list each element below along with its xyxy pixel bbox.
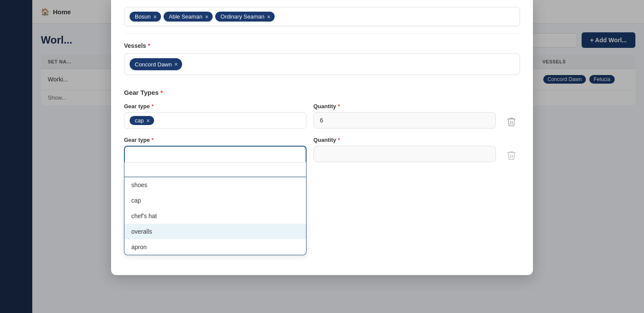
tag-able-seaman-label: Able Seaman <box>169 13 202 20</box>
dropdown-item-overalls[interactable]: overalls <box>124 224 306 239</box>
dropdown-list: shoes cap chef's hat overalls apron <box>124 177 307 255</box>
vessel-concord-dawn-close[interactable]: × <box>174 61 178 67</box>
gear-types-required: * <box>161 89 163 96</box>
gear-row-1: Gear type * cap × Quantity * <box>124 103 520 130</box>
delete-gear-row-1[interactable] <box>503 113 520 130</box>
quantity-2-input[interactable] <box>313 146 496 162</box>
dropdown-item-shoes[interactable]: shoes <box>124 177 306 193</box>
vessels-box: Concord Dawn × <box>124 53 520 75</box>
quantity-2-required: * <box>338 137 340 143</box>
gear-type-2-dropdown-container: shoes cap chef's hat overalls apron <box>124 146 307 255</box>
gear-cap-close[interactable]: × <box>146 118 150 124</box>
quantity-1-input[interactable] <box>313 112 496 128</box>
vessels-section: Vessels * Concord Dawn × <box>124 34 520 82</box>
quantity-2-label: Quantity * <box>313 137 496 143</box>
tag-ordinary-seaman: Ordinary Seaman × <box>215 12 275 22</box>
quantity-1-required: * <box>338 103 340 110</box>
quantity-1-group: Quantity * <box>313 103 496 128</box>
gear-types-section: Gear Types * Gear type * cap × Quant <box>124 82 520 255</box>
dropdown-item-chefs-hat[interactable]: chef's hat <box>124 208 306 224</box>
dropdown-item-cap[interactable]: cap <box>124 193 306 208</box>
dropdown-search-input[interactable] <box>124 163 306 177</box>
tag-bosun-label: Bosun <box>135 13 151 20</box>
gear-type-1-required: * <box>152 103 154 110</box>
roles-section: Bosun × Able Seaman × Ordinary Seaman × <box>124 0 520 34</box>
vessels-label: Vessels * <box>124 42 520 49</box>
tag-able-seaman-close[interactable]: × <box>205 14 208 20</box>
vessel-concord-dawn-label: Concord Dawn <box>135 61 172 68</box>
dropdown-item-apron[interactable]: apron <box>124 239 306 255</box>
gear-type-2-label: Gear type * <box>124 137 307 143</box>
gear-cap-tag: cap × <box>130 116 154 125</box>
quantity-2-group: Quantity * <box>313 137 496 162</box>
gear-type-2-group: Gear type * shoes cap chef's hat overall… <box>124 137 307 255</box>
tag-able-seaman: Able Seaman × <box>164 12 213 22</box>
tag-bosun: Bosun × <box>130 12 161 22</box>
modal: Bosun × Able Seaman × Ordinary Seaman × … <box>111 0 533 275</box>
gear-type-2-required: * <box>152 137 154 143</box>
tag-bosun-close[interactable]: × <box>153 14 157 20</box>
gear-type-1-label: Gear type * <box>124 103 307 110</box>
vessel-tag-concord-dawn: Concord Dawn × <box>130 58 182 70</box>
vessels-required: * <box>148 42 150 49</box>
gear-type-1-field[interactable]: cap × <box>124 112 307 129</box>
delete-gear-row-2[interactable] <box>503 147 520 163</box>
quantity-1-label: Quantity * <box>313 103 496 110</box>
dropdown-search-wrapper <box>124 162 307 177</box>
gear-type-2-input[interactable] <box>124 146 307 162</box>
gear-types-title: Gear Types * <box>124 89 520 96</box>
gear-type-1-group: Gear type * cap × <box>124 103 307 129</box>
tag-ordinary-seaman-close[interactable]: × <box>267 14 270 20</box>
tag-ordinary-seaman-label: Ordinary Seaman <box>220 13 264 20</box>
roles-tags-container: Bosun × Able Seaman × Ordinary Seaman × <box>124 7 520 26</box>
gear-row-2: Gear type * shoes cap chef's hat overall… <box>124 137 520 255</box>
